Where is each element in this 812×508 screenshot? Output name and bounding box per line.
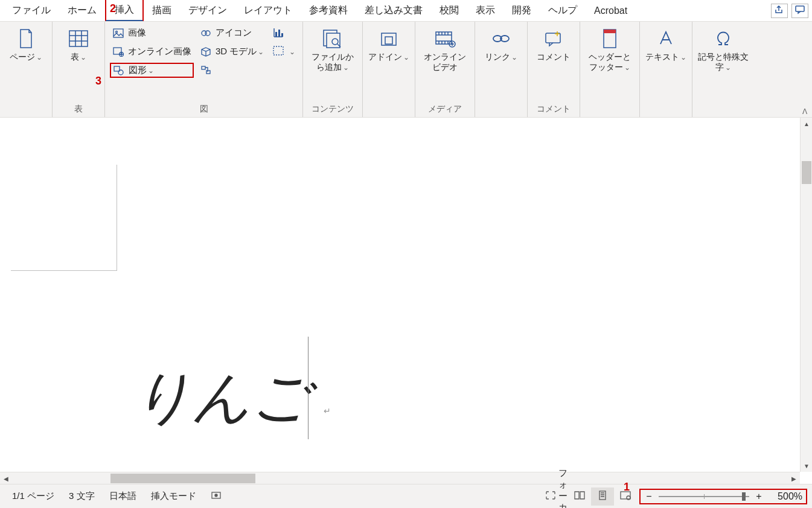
vertical-scrollbar[interactable]: ▲ ▼ (800, 118, 812, 472)
tab-help[interactable]: ヘルプ (540, 1, 586, 21)
comments-top-button[interactable] (791, 4, 808, 18)
shapes-icon (113, 65, 125, 76)
status-bar: 1/1 ページ 3 文字 日本語 挿入モード フォーカス − + 500% (0, 484, 812, 508)
link-icon (489, 28, 513, 49)
online-picture-icon (112, 46, 124, 57)
svg-rect-20 (385, 37, 392, 44)
print-layout-button[interactable] (591, 487, 614, 506)
comment-icon (794, 5, 805, 16)
3dmodels-button[interactable]: 3D モデル (197, 44, 266, 59)
status-macro[interactable] (203, 491, 229, 502)
ribbon-collapse-button[interactable]: ᐱ (800, 107, 810, 116)
group-tables: 表 表 (53, 22, 105, 117)
scroll-right-button[interactable]: ▶ (788, 472, 800, 484)
page-margin-corner (11, 165, 117, 271)
zoom-track[interactable] (659, 496, 749, 497)
focus-icon (545, 491, 556, 502)
icons-label: アイコン (216, 27, 252, 39)
symbols-label: 記号と特殊文字 (697, 52, 749, 72)
chart-button[interactable] (270, 25, 298, 40)
screenshot-chevron (288, 46, 295, 56)
svg-rect-15 (273, 46, 283, 55)
scroll-up-button[interactable]: ▲ (801, 118, 812, 130)
tab-developer[interactable]: 開発 (504, 1, 540, 21)
addins-button[interactable]: アドイン (368, 25, 410, 62)
group-links: リンク (475, 22, 528, 117)
zoom-out-button[interactable]: − (644, 491, 654, 502)
text-button[interactable]: テキスト (645, 25, 687, 62)
share-button[interactable] (771, 4, 788, 18)
document-body-text[interactable]: りんご (133, 359, 310, 437)
annotation-mark-1: 1 (624, 481, 630, 494)
headerfooter-button[interactable]: ヘッダーとフッター (585, 25, 635, 72)
online-pictures-button[interactable]: オンライン画像 (110, 44, 194, 59)
horizontal-scrollbar[interactable]: ◀ ▶ (0, 472, 800, 484)
tab-file[interactable]: ファイル (4, 1, 59, 21)
tab-strip: ファイル ホーム 挿入 描画 デザイン レイアウト 参考資料 差し込み文書 校閲… (0, 0, 812, 21)
zoom-in-button[interactable]: + (754, 491, 764, 502)
text-cursor (308, 337, 308, 439)
pages-button[interactable]: ページ (5, 25, 47, 62)
status-lang[interactable]: 日本語 (102, 491, 144, 502)
zoom-percent[interactable]: 500% (769, 491, 802, 502)
symbols-button[interactable]: 記号と特殊文字 (697, 25, 749, 72)
headerfooter-icon (598, 28, 622, 49)
status-words[interactable]: 3 文字 (62, 491, 102, 502)
shapes-button[interactable]: 図形 (110, 63, 194, 78)
table-button[interactable]: 表 (57, 25, 100, 62)
tab-review[interactable]: 校閲 (431, 1, 467, 21)
picture-icon (112, 28, 124, 39)
svg-rect-31 (599, 491, 606, 500)
chart-icon (272, 27, 284, 38)
read-mode-button[interactable] (568, 487, 591, 506)
tab-view[interactable]: 表示 (467, 1, 504, 21)
status-page[interactable]: 1/1 ページ (5, 491, 62, 502)
smartart-button[interactable] (197, 63, 266, 77)
group-comments-label: コメント (532, 103, 575, 117)
pictures-button[interactable]: 画像 (110, 25, 194, 40)
reuse-files-button[interactable]: ファイルから追加 (308, 25, 357, 72)
video-icon (433, 28, 457, 49)
cube-icon (200, 46, 212, 57)
annotation-mark-2: 2 (110, 2, 116, 15)
3dmodels-label: 3D モデル (216, 46, 264, 57)
tab-draw[interactable]: 描画 (144, 1, 180, 21)
tab-design[interactable]: デザイン (180, 1, 235, 21)
svg-rect-2 (113, 29, 123, 37)
svg-rect-14 (281, 33, 283, 37)
online-video-button[interactable]: オンラインビデオ (420, 25, 470, 72)
zoom-thumb[interactable] (742, 492, 746, 501)
omega-icon (711, 28, 735, 49)
comment-button[interactable]: コメント (532, 25, 575, 62)
icons-button[interactable]: アイコン (197, 25, 266, 40)
svg-rect-27 (604, 30, 616, 33)
screenshot-button[interactable] (270, 43, 298, 58)
svg-rect-13 (278, 30, 280, 37)
tab-home[interactable]: ホーム (59, 1, 105, 21)
document-canvas[interactable]: りんご ↵ (0, 118, 800, 472)
status-mode[interactable]: 挿入モード (144, 491, 203, 502)
zoom-center-tick (704, 494, 705, 499)
pictures-label: 画像 (128, 27, 146, 39)
online-pictures-label: オンライン画像 (128, 46, 191, 57)
file-search-icon (321, 28, 345, 49)
focus-mode-button[interactable]: フォーカス (545, 487, 568, 506)
group-symbols: 記号と特殊文字 (692, 22, 754, 117)
svg-rect-11 (206, 71, 210, 74)
tab-references[interactable]: 参考資料 (301, 1, 356, 21)
share-icon (774, 5, 785, 16)
group-addins: アドイン (363, 22, 415, 117)
focus-label: フォーカス (558, 468, 568, 508)
link-button[interactable]: リンク (480, 25, 522, 62)
hscroll-thumb[interactable] (110, 474, 255, 483)
tab-layout[interactable]: レイアウト (235, 1, 301, 21)
reuse-files-label: ファイルから追加 (308, 52, 357, 72)
svg-rect-10 (202, 66, 205, 69)
scroll-left-button[interactable]: ◀ (0, 472, 12, 484)
tab-mailings[interactable]: 差し込み文書 (356, 1, 431, 21)
scroll-down-button[interactable]: ▼ (801, 460, 812, 472)
group-media-label: メディア (420, 103, 470, 117)
tab-acrobat[interactable]: Acrobat (586, 2, 636, 20)
svg-rect-1 (69, 31, 88, 46)
vscroll-thumb[interactable] (802, 161, 811, 184)
